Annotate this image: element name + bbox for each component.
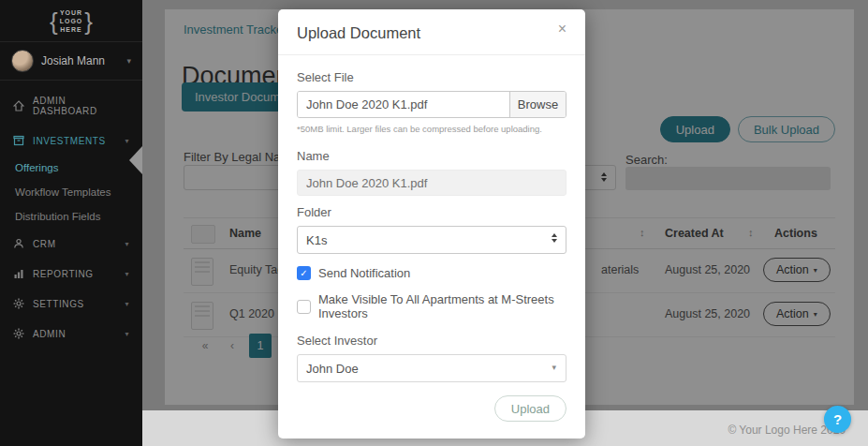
sidebar-item-label: ADMIN DASHBOARD — [33, 96, 129, 116]
help-button[interactable]: ? — [824, 406, 851, 433]
chevron-icon: ▾ — [125, 300, 129, 308]
investor-select-value: John Doe — [306, 362, 359, 376]
checkbox-unchecked-icon[interactable] — [297, 300, 311, 314]
chevron-icon: ▾ — [125, 240, 129, 248]
send-notification-row[interactable]: ✓ Send Notification — [297, 266, 566, 280]
archive-box-icon — [13, 135, 24, 146]
modal-title: Upload Document — [297, 24, 420, 41]
logo-text: YOUR LOGO HERE — [60, 9, 83, 34]
chevron-icon: ▾ — [125, 330, 129, 338]
logo: { YOUR LOGO HERE } — [0, 0, 142, 41]
logo-brace-right: } — [84, 9, 93, 34]
sidebar-item-crm[interactable]: CRM ▾ — [0, 229, 142, 259]
chevron-icon: ▾ — [125, 270, 129, 278]
modal-body: Select File Browse *50MB limit. Larger f… — [278, 55, 585, 439]
sidebar-item-label: INVESTMENTS — [33, 136, 106, 146]
send-notification-label: Send Notification — [318, 266, 410, 280]
folder-select[interactable]: K1s — [297, 226, 566, 254]
user-name: Josiah Mann — [41, 54, 119, 67]
sidebar-item-offerings[interactable]: Offerings — [0, 156, 142, 180]
sidebar-item-label: ADMIN — [33, 329, 66, 339]
sidebar-item-admin[interactable]: ADMIN ▾ — [0, 319, 142, 349]
file-name-input[interactable] — [298, 92, 509, 117]
investor-select[interactable]: John Doe ▾ — [297, 354, 566, 382]
chevron-down-icon: ▾ — [126, 56, 131, 66]
sidebar-item-label: REPORTING — [33, 269, 94, 279]
make-visible-row[interactable]: Make Visible To All Apartments at M-Stre… — [297, 292, 566, 320]
upload-document-modal: Upload Document × Select File Browse *50… — [278, 9, 585, 439]
person-icon — [13, 238, 24, 249]
browse-button[interactable]: Browse — [509, 92, 566, 117]
avatar — [11, 50, 34, 72]
active-item-notch — [129, 146, 142, 174]
logo-brace-left: { — [50, 9, 58, 34]
sidebar-item-distribution-fields[interactable]: Distribution Fields — [0, 204, 142, 229]
sidebar-item-settings[interactable]: SETTINGS ▾ — [0, 289, 142, 319]
user-menu[interactable]: Josiah Mann ▾ — [0, 42, 142, 80]
app-window: { YOUR LOGO HERE } Josiah Mann ▾ ADMIN D… — [0, 0, 868, 446]
home-icon — [13, 100, 24, 112]
make-visible-label: Make Visible To All Apartments at M-Stre… — [318, 292, 566, 320]
gear-icon — [13, 298, 24, 309]
sidebar-item-admin-dashboard[interactable]: ADMIN DASHBOARD — [0, 86, 142, 126]
bar-chart-icon — [13, 268, 24, 279]
chevron-down-icon: ▾ — [552, 363, 556, 372]
select-arrows-icon — [552, 233, 557, 243]
gear-icon — [13, 328, 24, 339]
file-input-group: Browse — [297, 91, 566, 118]
select-investor-label: Select Investor — [297, 334, 566, 348]
sidebar-item-reporting[interactable]: REPORTING ▾ — [0, 259, 142, 289]
sidebar-item-label: SETTINGS — [33, 299, 84, 309]
document-name-input[interactable] — [297, 170, 566, 196]
modal-header: Upload Document × — [278, 9, 585, 55]
sidebar-item-workflow-templates[interactable]: Workflow Templates — [0, 180, 142, 204]
sidebar: { YOUR LOGO HERE } Josiah Mann ▾ ADMIN D… — [0, 0, 142, 446]
sidebar-nav: ADMIN DASHBOARD INVESTMENTS ▾ Offerings … — [0, 81, 142, 349]
folder-select-value: K1s — [306, 233, 327, 247]
sidebar-item-label: CRM — [33, 239, 56, 249]
checkbox-checked-icon[interactable]: ✓ — [297, 266, 311, 280]
select-file-label: Select File — [297, 70, 566, 84]
name-label: Name — [297, 149, 566, 163]
file-size-hint: *50MB limit. Larger files can be compres… — [297, 124, 566, 134]
modal-footer: Upload — [297, 382, 566, 424]
chevron-icon: ▾ — [125, 137, 129, 145]
sidebar-item-investments[interactable]: INVESTMENTS ▾ — [0, 126, 142, 156]
modal-upload-button[interactable]: Upload — [494, 395, 566, 422]
close-icon[interactable]: × — [552, 21, 572, 37]
folder-label: Folder — [297, 205, 566, 219]
